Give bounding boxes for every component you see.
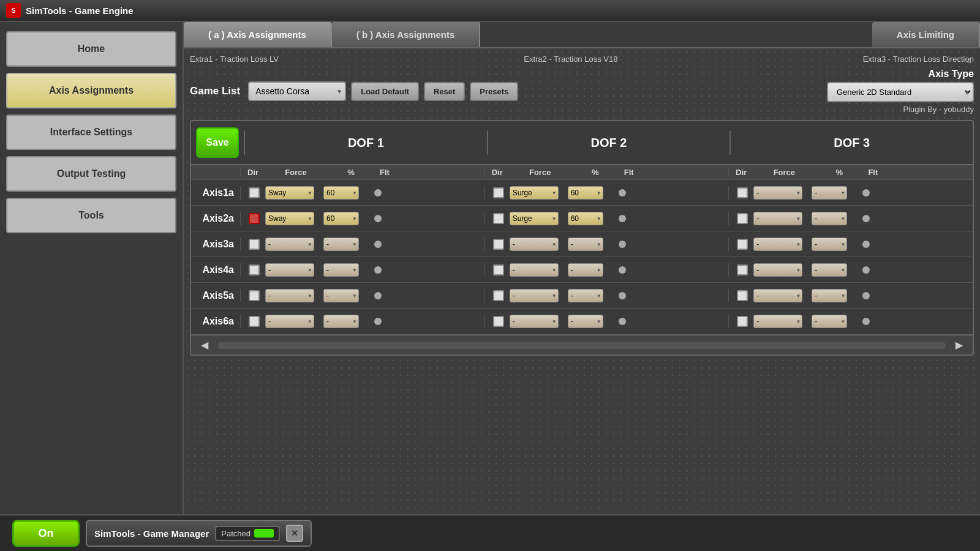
dof2-pct-select-5[interactable]: - [568, 315, 603, 328]
dof3-flt-dot-5[interactable] [862, 318, 870, 325]
dof3-pct-select-3[interactable]: - [812, 263, 847, 277]
dof1-dir-checkbox-5[interactable] [249, 316, 260, 327]
app-icon: S [6, 3, 21, 18]
dof2-pct-select-3[interactable]: - [568, 263, 603, 277]
dof2-force-wrapper-0: Surge [510, 186, 559, 200]
dof3-dir-checkbox-1[interactable] [737, 213, 748, 224]
dof3-force-select-0[interactable]: - [753, 186, 802, 200]
dof1-dir-checkbox-4[interactable] [249, 290, 260, 301]
dof1-pct-select-1[interactable]: 60 [323, 212, 359, 225]
dof2-dir-checkbox-5[interactable] [493, 316, 504, 327]
dof2-force-select-4[interactable]: - [510, 289, 559, 302]
dof3-dir-checkbox-2[interactable] [737, 239, 748, 250]
game-select-wrapper: Assetto Corsa [248, 81, 346, 101]
axis-type-select[interactable]: Generic 2D Standard [827, 82, 974, 102]
dof1-flt-dot-1[interactable] [374, 215, 382, 222]
dof2-force-select-1[interactable]: Surge [510, 212, 559, 225]
close-button[interactable]: ✕ [286, 525, 303, 542]
dof1-force-select-1[interactable]: Sway [265, 212, 314, 225]
scroll-right-arrow[interactable]: ▶ [951, 338, 968, 352]
sidebar-item-home[interactable]: Home [6, 31, 176, 67]
dof2-flt-dot-2[interactable] [619, 241, 626, 248]
dof3-dir-checkbox-5[interactable] [737, 316, 748, 327]
dof3-pct-select-0[interactable]: - [812, 186, 847, 200]
dof2-force-select-5[interactable]: - [510, 315, 559, 328]
load-default-button[interactable]: Load Default [351, 82, 419, 101]
dof2-dir-checkbox-3[interactable] [493, 264, 504, 276]
dof1-force-select-3[interactable]: - [265, 263, 314, 277]
dof1-flt-dot-4[interactable] [374, 292, 382, 299]
dof1-pct-select-3[interactable]: - [323, 263, 359, 277]
dof2-pct-select-4[interactable]: - [568, 289, 603, 302]
taskbar-app[interactable]: SimTools - Game Manager Patched ✕ [86, 520, 312, 547]
dof1-flt-dot-5[interactable] [374, 318, 382, 325]
dof1-flt-dot-2[interactable] [374, 241, 382, 248]
presets-button[interactable]: Presets [470, 82, 518, 101]
tab-a-axis-assignments[interactable]: ( a ) Axis Assignments [184, 22, 332, 47]
dof2-force-wrapper-4: - [510, 289, 559, 302]
sidebar-item-output-testing[interactable]: Output Testing [6, 156, 176, 192]
dof3-flt-dot-0[interactable] [862, 189, 870, 197]
dof1-dir-checkbox-3[interactable] [249, 264, 260, 276]
tab-b-axis-assignments[interactable]: ( b ) Axis Assignments [332, 22, 481, 47]
dof3-force-select-4[interactable]: - [753, 289, 802, 302]
game-list-select[interactable]: Assetto Corsa [248, 81, 346, 101]
scroll-track[interactable] [218, 342, 946, 349]
dof3-dir-checkbox-3[interactable] [737, 264, 748, 276]
dof1-pct-wrapper-3: - [323, 263, 359, 277]
dof2-pct-select-1[interactable]: 60 [568, 212, 603, 225]
sidebar-item-tools[interactable]: Tools [6, 198, 176, 233]
dof2-flt-dot-0[interactable] [619, 189, 626, 197]
dof3-flt-dot-3[interactable] [862, 266, 870, 274]
dof3-flt-dot-1[interactable] [862, 215, 870, 222]
dof2-dir-checkbox-1[interactable] [493, 213, 504, 224]
reset-button[interactable]: Reset [424, 82, 465, 101]
dof1-force-select-4[interactable]: - [265, 289, 314, 302]
dof3-flt-dot-4[interactable] [862, 292, 870, 299]
dof2-flt-dot-4[interactable] [619, 292, 626, 299]
dof3-force-select-1[interactable]: - [753, 212, 802, 225]
dof2-section-2: - - [484, 238, 729, 251]
sidebar-item-interface-settings[interactable]: Interface Settings [6, 114, 176, 150]
dof1-force-select-2[interactable]: - [265, 238, 314, 251]
dof2-pct-select-2[interactable]: - [568, 238, 603, 251]
dof2-pct-wrapper-0: 60 [568, 186, 603, 200]
save-button[interactable]: Save [196, 127, 239, 158]
dof2-force-select-3[interactable]: - [510, 263, 559, 277]
dof1-force-select-5[interactable]: - [265, 315, 314, 328]
on-button[interactable]: On [12, 520, 80, 547]
dof2-pct-select-0[interactable]: 60 [568, 186, 603, 200]
dof1-pct-select-5[interactable]: - [323, 315, 359, 328]
dof2-flt-dot-3[interactable] [619, 266, 626, 274]
dof3-flt-dot-2[interactable] [862, 241, 870, 248]
scroll-left-arrow[interactable]: ◀ [196, 338, 213, 352]
dof3-pct-select-4[interactable]: - [812, 289, 847, 302]
dof3-pct-select-5[interactable]: - [812, 315, 847, 328]
dof1-dir-checkbox-1[interactable] [249, 213, 260, 224]
dof3-dir-checkbox-4[interactable] [737, 290, 748, 301]
dof1-flt-dot-3[interactable] [374, 266, 382, 274]
dof3-force-select-3[interactable]: - [753, 263, 802, 277]
dof2-force-select-0[interactable]: Surge [510, 186, 559, 200]
dof1-force-select-0[interactable]: Sway [265, 186, 314, 200]
dof1-pct-select-2[interactable]: - [323, 238, 359, 251]
dof1-pct-select-0[interactable]: 60 [323, 186, 359, 200]
dof2-dir-checkbox-0[interactable] [493, 187, 504, 198]
dof3-pct-select-1[interactable]: - [812, 212, 847, 225]
dof3-pct-select-2[interactable]: - [812, 238, 847, 251]
dof2-dir-checkbox-4[interactable] [493, 290, 504, 301]
dof2-flt-dot-5[interactable] [619, 318, 626, 325]
dof1-dir-checkbox-0[interactable] [249, 187, 260, 198]
dof1-pct-select-4[interactable]: - [323, 289, 359, 302]
dof1-flt-dot-0[interactable] [374, 189, 382, 197]
dof2-flt-dot-1[interactable] [619, 215, 626, 222]
dof3-force-select-5[interactable]: - [753, 315, 802, 328]
dof3-force-select-2[interactable]: - [753, 238, 802, 251]
sidebar-item-axis-assignments[interactable]: Axis Assignments [6, 73, 176, 108]
dof2-dir-checkbox-2[interactable] [493, 239, 504, 250]
dof1-dir-checkbox-2[interactable] [249, 239, 260, 250]
dof3-dir-checkbox-0[interactable] [737, 187, 748, 198]
tab-axis-limiting[interactable]: Axis Limiting [872, 22, 980, 47]
dof2-force-select-2[interactable]: - [510, 238, 559, 251]
dof1-flt-cell-0 [369, 189, 386, 197]
